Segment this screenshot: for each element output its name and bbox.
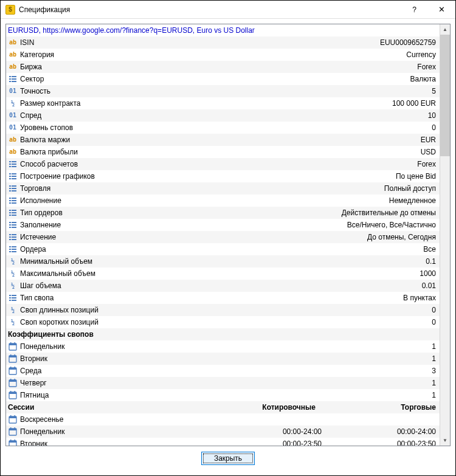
text-type-icon: ab bbox=[9, 61, 16, 73]
enum-type-icon bbox=[8, 159, 18, 169]
property-value: USD bbox=[78, 146, 437, 158]
session-trade-value: 00:00-23:50 bbox=[324, 438, 437, 446]
property-row: ИстечениеДо отмены, Сегодня bbox=[6, 231, 440, 243]
vertical-scrollbar[interactable]: ▲ ▼ bbox=[440, 24, 450, 446]
calendar-icon bbox=[8, 354, 18, 364]
property-row: ½Минимальный объем0.1 bbox=[6, 255, 440, 267]
help-button[interactable]: ? bbox=[401, 1, 428, 19]
property-label: Валюта маржи bbox=[20, 134, 70, 146]
scroll-thumb[interactable] bbox=[440, 35, 450, 156]
property-label: Биржа bbox=[20, 61, 42, 73]
session-day-label: Воскресенье bbox=[20, 413, 210, 426]
calendar-icon bbox=[8, 390, 18, 400]
enum-type-icon bbox=[8, 244, 18, 254]
property-label: ISIN bbox=[20, 36, 34, 49]
sessions-col-trade: Торговые bbox=[318, 401, 437, 413]
swap-day-value: 1 bbox=[64, 340, 437, 353]
swap-coeff-header-label: Коэффициенты свопов bbox=[8, 328, 94, 340]
swap-day-label: Среда bbox=[20, 365, 41, 377]
property-row: abВалюта прибылиUSD bbox=[6, 146, 440, 158]
text-type-icon: ab bbox=[9, 134, 16, 146]
property-row: 01Точность5 bbox=[6, 85, 440, 97]
symbol-link-text: EURUSD, https://www.google.com/?finance?… bbox=[8, 24, 255, 36]
property-label: Уровень стопов bbox=[20, 122, 73, 134]
property-row: СекторВалюта bbox=[6, 73, 440, 85]
integer-type-icon: 01 bbox=[9, 122, 16, 134]
swap-day-value: 1 bbox=[49, 389, 438, 401]
property-label: Максимальный объем bbox=[20, 267, 95, 280]
swap-day-row: Четверг1 bbox=[6, 377, 440, 389]
sessions-header-row: СессииКотировочныеТорговые bbox=[6, 401, 440, 413]
property-label: Сектор bbox=[20, 73, 44, 85]
property-row: ТорговляПолный доступ bbox=[6, 182, 440, 195]
property-label: Своп длинных позиций bbox=[20, 304, 98, 316]
close-button[interactable]: Закрыть bbox=[201, 452, 255, 465]
property-value: 5 bbox=[50, 85, 437, 97]
property-value: EUU0009652759 bbox=[34, 36, 437, 49]
session-day-label: Вторник bbox=[20, 438, 210, 446]
swap-day-row: Среда3 bbox=[6, 365, 440, 377]
symbol-link-row[interactable]: EURUSD, https://www.google.com/?finance?… bbox=[6, 24, 440, 36]
property-value: EUR bbox=[70, 134, 437, 146]
enum-type-icon bbox=[8, 232, 18, 242]
property-value: 0.01 bbox=[61, 280, 437, 292]
property-value: Forex bbox=[78, 158, 437, 170]
property-row: ИсполнениеНемедленное bbox=[6, 195, 440, 207]
property-label: Заполнение bbox=[20, 219, 61, 231]
property-row: abКатегорияCurrency bbox=[6, 49, 440, 61]
fraction-type-icon: ½ bbox=[11, 267, 15, 280]
property-value: В пунктах bbox=[54, 292, 437, 304]
enum-type-icon bbox=[8, 293, 18, 303]
property-label: Минимальный объем bbox=[20, 255, 92, 267]
integer-type-icon: 01 bbox=[9, 85, 16, 97]
enum-type-icon bbox=[8, 196, 18, 205]
scroll-track[interactable] bbox=[440, 35, 450, 435]
window-title: Спецификация bbox=[19, 5, 401, 14]
property-label: Торговля bbox=[20, 182, 50, 195]
property-value: Все/Ничего, Все/Частично bbox=[61, 219, 437, 231]
property-value: Все bbox=[46, 243, 437, 255]
calendar-icon bbox=[8, 439, 18, 446]
property-label: Тип ордеров bbox=[20, 207, 63, 219]
calendar-icon bbox=[8, 366, 18, 376]
fraction-type-icon: ½ bbox=[11, 97, 15, 109]
property-row: Построение графиковПо цене Bid bbox=[6, 170, 440, 182]
session-day-label: Понедельник bbox=[20, 426, 210, 438]
property-label: Валюта прибыли bbox=[20, 146, 78, 158]
property-row: abISINEUU0009652759 bbox=[6, 36, 440, 49]
property-label: Тип свопа bbox=[20, 292, 54, 304]
fraction-type-icon: ½ bbox=[11, 255, 15, 267]
property-label: Способ расчетов bbox=[20, 158, 78, 170]
property-value: Немедленное bbox=[61, 195, 437, 207]
property-row: 01Уровень стопов0 bbox=[6, 122, 440, 134]
session-quote-value: 00:00-23:50 bbox=[210, 438, 324, 446]
property-label: Построение графиков bbox=[20, 170, 95, 182]
property-value: Валюта bbox=[44, 73, 437, 85]
property-row: abБиржаForex bbox=[6, 61, 440, 73]
swap-day-row: Пятница1 bbox=[6, 389, 440, 401]
property-row: ЗаполнениеВсе/Ничего, Все/Частично bbox=[6, 219, 440, 231]
dialog-footer: Закрыть bbox=[5, 446, 451, 471]
property-label: Размер контракта bbox=[20, 97, 81, 109]
calendar-icon bbox=[8, 415, 18, 424]
swap-day-label: Четверг bbox=[20, 377, 47, 389]
window-close-button[interactable]: ✕ bbox=[428, 1, 455, 19]
swap-day-label: Вторник bbox=[20, 353, 47, 365]
sessions-col-name: Сессии bbox=[8, 401, 198, 413]
property-value: 0 bbox=[73, 122, 437, 134]
scroll-down-button[interactable]: ▼ bbox=[440, 435, 450, 446]
property-row: ОрдераВсе bbox=[6, 243, 440, 255]
enum-type-icon bbox=[8, 74, 18, 84]
property-row: ½Своп коротких позиций0 bbox=[6, 316, 440, 328]
scroll-up-button[interactable]: ▲ bbox=[440, 24, 450, 35]
swap-day-label: Понедельник bbox=[20, 340, 64, 353]
swap-day-label: Пятница bbox=[20, 389, 49, 401]
text-type-icon: ab bbox=[9, 146, 16, 158]
session-row: Воскресенье bbox=[6, 413, 440, 426]
enum-type-icon bbox=[8, 171, 18, 181]
property-label: Своп коротких позиций bbox=[20, 316, 98, 328]
property-label: Точность bbox=[20, 85, 50, 97]
enum-type-icon bbox=[8, 208, 18, 218]
text-type-icon: ab bbox=[9, 36, 16, 49]
session-trade-value: 00:00-24:00 bbox=[324, 426, 437, 438]
